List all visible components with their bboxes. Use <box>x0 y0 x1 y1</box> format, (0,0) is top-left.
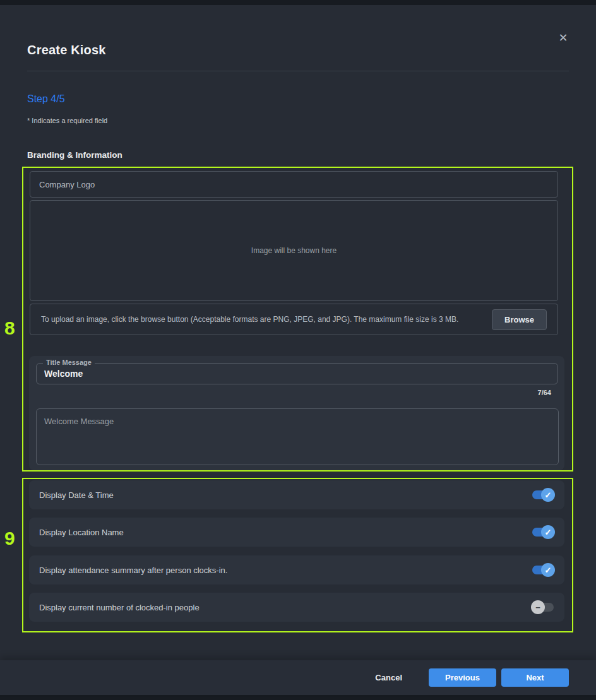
messages-card: Title Message 7/64 <box>29 356 564 470</box>
toggle-display-location-name[interactable]: ✓− <box>531 525 555 540</box>
close-icon: ✕ <box>558 32 568 44</box>
close-button[interactable]: ✕ <box>554 29 572 47</box>
company-logo-label: Company Logo <box>39 180 95 189</box>
check-icon: ✓ <box>545 528 552 537</box>
toggle-thumb: ✓− <box>541 563 555 577</box>
toggle-row-clocked-in-count: Display current number of clocked-in peo… <box>29 593 564 622</box>
minus-icon: − <box>535 603 540 612</box>
toggle-thumb: ✓− <box>541 488 555 502</box>
section-heading: Branding & Information <box>27 150 122 160</box>
create-kiosk-modal: ✕ Create Kiosk Step 4/5 * Indicates a re… <box>0 5 596 695</box>
step-indicator: Step 4/5 <box>27 93 65 105</box>
char-counter: 7/64 <box>36 389 551 396</box>
check-icon: ✓ <box>545 491 552 499</box>
header-divider <box>27 71 569 71</box>
title-message-field[interactable]: Title Message <box>36 363 558 384</box>
toggle-thumb: ✓− <box>541 525 555 539</box>
required-field-note: * Indicates a required field <box>27 117 107 124</box>
page-background: { "icons": { "close": "✕", "check": "✓",… <box>0 0 596 700</box>
cancel-button[interactable]: Cancel <box>367 669 410 686</box>
next-button[interactable]: Next <box>501 668 569 687</box>
browse-button[interactable]: Browse <box>492 309 547 330</box>
toggle-clocked-in-count[interactable]: ✓− <box>531 600 555 615</box>
image-placeholder-text: Image will be shown here <box>251 246 337 255</box>
previous-button[interactable]: Previous <box>429 668 496 687</box>
toggle-row-attendance-summary: Display attendance summary after person … <box>29 555 564 584</box>
welcome-message-input[interactable] <box>36 408 559 465</box>
modal-title: Create Kiosk <box>27 43 106 57</box>
logo-preview-area: Image will be shown here <box>30 200 558 301</box>
toggle-row-label: Display attendance summary after person … <box>39 566 227 575</box>
toggle-display-date-time[interactable]: ✓− <box>531 487 555 502</box>
toggle-row-label: Display current number of clocked-in peo… <box>39 603 200 612</box>
footer-bar: Cancel Previous Next <box>0 660 596 695</box>
check-icon: ✓ <box>545 566 552 574</box>
toggle-thumb: ✓− <box>531 600 545 614</box>
annotation-label-8: 8 <box>4 317 15 339</box>
toggle-row-date-time: Display Date & Time ✓− <box>29 480 564 509</box>
toggle-attendance-summary[interactable]: ✓− <box>531 562 555 578</box>
toggle-row-location-name: Display Location Name ✓− <box>29 518 564 547</box>
upload-row: To upload an image, click the browse but… <box>30 304 558 335</box>
title-message-label: Title Message <box>43 359 95 366</box>
toggle-row-label: Display Location Name <box>39 528 124 537</box>
upload-instructions: To upload an image, click the browse but… <box>41 315 458 324</box>
title-message-input[interactable] <box>44 369 550 379</box>
annotation-label-9: 9 <box>4 528 15 549</box>
company-logo-field: Company Logo <box>30 171 558 198</box>
toggle-row-label: Display Date & Time <box>39 490 114 500</box>
